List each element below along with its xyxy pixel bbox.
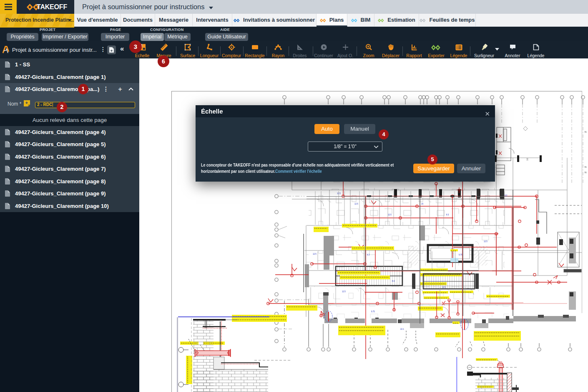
- svg-text:12.5: 12.5: [354, 203, 358, 205]
- svg-text:15: 15: [421, 203, 424, 205]
- svg-text:12.5: 12.5: [484, 240, 487, 243]
- svg-text:N: N: [585, 166, 586, 168]
- svg-text:22.1: 22.1: [400, 328, 404, 330]
- svg-text:8.3: 8.3: [392, 280, 395, 282]
- svg-text:12.5: 12.5: [337, 192, 341, 195]
- svg-text:12.5: 12.5: [313, 253, 317, 255]
- svg-text:9.75: 9.75: [371, 311, 375, 313]
- svg-text:N: N: [585, 131, 586, 133]
- svg-text:12.5: 12.5: [388, 214, 392, 216]
- svg-text:9.75: 9.75: [459, 254, 462, 256]
- svg-text:8.3: 8.3: [446, 214, 449, 216]
- svg-text:Ξ: Ξ: [526, 157, 528, 161]
- svg-text:12.5: 12.5: [342, 291, 346, 293]
- svg-text:N: N: [585, 171, 586, 174]
- svg-text:8.3: 8.3: [367, 254, 370, 256]
